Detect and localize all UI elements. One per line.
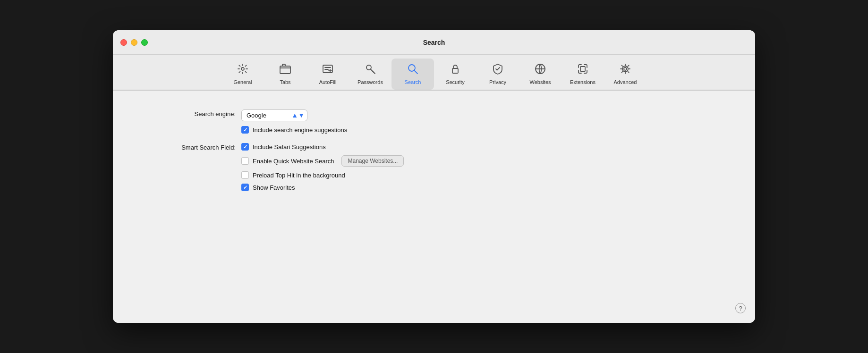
tab-search[interactable]: Search [391,59,434,90]
privacy-icon [491,62,504,77]
search-engine-row: Search engine: Google Yahoo Bing DuckDuc… [141,109,727,134]
smart-search-content: Include Safari Suggestions Enable Quick … [241,143,404,191]
svg-point-15 [624,67,627,70]
svg-rect-2 [323,65,332,73]
include-suggestions-row: Include search engine suggestions [241,126,347,134]
safari-preferences-window: Search General Tabs [113,30,755,323]
tabs-icon [279,62,292,77]
svg-rect-14 [580,67,585,71]
svg-point-0 [241,67,244,70]
tab-websites-label: Websites [529,79,551,85]
content-area: Search engine: Google Yahoo Bing DuckDuc… [113,91,755,323]
quick-website-row: Enable Quick Website Search Manage Websi… [241,155,404,167]
smart-search-label: Smart Search Field: [141,143,236,151]
close-button[interactable] [120,39,127,46]
smart-search-row: Smart Search Field: Include Safari Sugge… [141,143,727,191]
preload-row: Preload Top Hit in the background [241,171,404,179]
search-icon [406,62,419,77]
include-safari-label: Include Safari Suggestions [253,143,326,151]
search-engine-dropdown[interactable]: Google Yahoo Bing DuckDuckGo Ecosia [241,109,307,121]
svg-point-16 [622,66,628,72]
websites-icon [534,62,547,77]
titlebar: Search [113,30,755,55]
show-favorites-label: Show Favorites [253,184,295,191]
preload-checkbox[interactable] [241,171,249,179]
quick-website-label: Enable Quick Website Search [253,158,334,165]
extensions-icon [576,62,589,77]
show-favorites-checkbox[interactable] [241,184,249,191]
search-engine-select-wrapper: Google Yahoo Bing DuckDuckGo Ecosia ▲▼ [241,109,307,121]
search-engine-content: Google Yahoo Bing DuckDuckGo Ecosia ▲▼ I… [241,109,347,134]
tab-security[interactable]: Security [434,59,477,90]
security-icon [449,62,462,77]
search-engine-select-group: Google Yahoo Bing DuckDuckGo Ecosia ▲▼ [241,109,347,121]
autofill-icon [321,62,334,77]
include-safari-row: Include Safari Suggestions [241,143,404,151]
quick-website-checkbox[interactable] [241,157,249,165]
toolbar: General Tabs Auto [113,55,755,90]
svg-line-9 [373,71,374,73]
tab-passwords-label: Passwords [357,79,383,85]
tab-general-label: General [233,79,252,85]
show-favorites-row: Show Favorites [241,184,404,191]
tab-advanced[interactable]: Advanced [604,59,647,90]
tab-autofill-label: AutoFill [319,79,337,85]
window-title: Search [423,39,445,46]
tab-security-label: Security [446,79,465,85]
tab-tabs-label: Tabs [280,79,290,85]
manage-websites-button[interactable]: Manage Websites... [341,155,404,167]
include-safari-checkbox[interactable] [241,143,249,151]
svg-rect-12 [452,68,458,73]
include-suggestions-checkbox[interactable] [241,126,249,134]
tab-privacy-label: Privacy [489,79,506,85]
include-suggestions-label: Include search engine suggestions [253,126,347,134]
svg-line-11 [415,71,418,74]
general-icon [236,62,249,77]
minimize-button[interactable] [131,39,137,46]
tab-websites[interactable]: Websites [519,59,562,90]
tab-tabs[interactable]: Tabs [264,59,306,90]
tab-passwords[interactable]: Passwords [349,59,391,90]
tab-extensions-label: Extensions [570,79,596,85]
tab-autofill[interactable]: AutoFill [306,59,349,90]
tab-general[interactable]: General [221,59,264,90]
tab-extensions[interactable]: Extensions [562,59,604,90]
search-engine-label: Search engine: [141,109,236,118]
advanced-icon [619,62,632,77]
help-button[interactable]: ? [735,303,746,313]
tab-advanced-label: Advanced [614,79,637,85]
svg-rect-1 [280,66,290,74]
traffic-lights [120,39,148,46]
tab-privacy[interactable]: Privacy [477,59,519,90]
preload-label: Preload Top Hit in the background [253,172,345,179]
passwords-icon [364,62,377,77]
maximize-button[interactable] [141,39,148,46]
tab-search-label: Search [405,79,421,85]
